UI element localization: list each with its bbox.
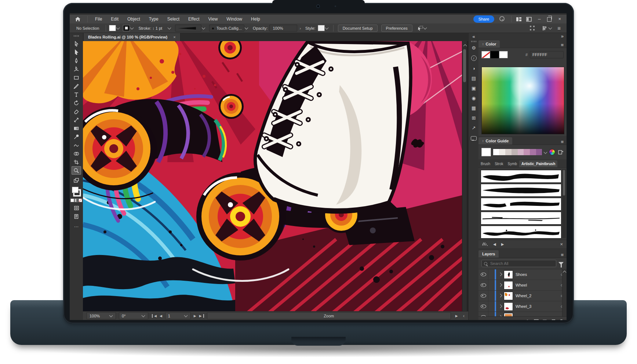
next-artboard-icon[interactable]: ▶ xyxy=(192,314,198,318)
visibility-cell[interactable] xyxy=(478,301,488,312)
swatches-icon[interactable]: ▤ xyxy=(472,73,476,83)
grid-icon[interactable]: ▦ xyxy=(472,103,476,113)
document-tab[interactable]: Blades Rolling.ai @ 100 % (RGB/Preview) … xyxy=(84,33,181,41)
opacity-field[interactable]: 100% xyxy=(269,25,297,32)
layer-thumbnail[interactable] xyxy=(504,302,513,311)
status-expand-icon[interactable]: ▶ xyxy=(454,314,459,318)
layer-thumbnail[interactable] xyxy=(504,270,513,279)
tool-eyedropper[interactable] xyxy=(72,132,81,141)
scrollbar-thumb[interactable] xyxy=(563,170,565,196)
tool-type[interactable] xyxy=(72,90,81,99)
guide-swatch[interactable] xyxy=(505,149,512,155)
tool-curvature[interactable] xyxy=(72,65,81,73)
tab-strokes[interactable]: Strok xyxy=(492,160,505,167)
none-color-swatch[interactable] xyxy=(481,51,490,58)
adjust-icon[interactable]: ◑ xyxy=(472,63,475,73)
canvas-vertical-scrollbar[interactable] xyxy=(462,41,467,311)
tool-direct-selection[interactable] xyxy=(72,48,81,57)
color-guide-menu-icon[interactable]: ≡ xyxy=(558,139,567,145)
fill-color-swatch[interactable] xyxy=(109,25,116,31)
layer-name[interactable]: Wheel_3 xyxy=(516,304,557,309)
tool-shape-builder[interactable] xyxy=(72,149,81,158)
visibility-cell[interactable] xyxy=(478,269,488,280)
home-icon[interactable] xyxy=(75,17,81,22)
more-tools-icon[interactable]: … xyxy=(74,223,79,228)
strip-drag-handle[interactable] xyxy=(471,41,476,42)
align-dropdown-icon[interactable] xyxy=(549,26,552,30)
lock-cell[interactable] xyxy=(488,312,495,316)
layer-row-shoes[interactable]: Shoes ○ xyxy=(478,269,567,280)
visibility-cell[interactable] xyxy=(478,312,488,316)
color-wheel-icon[interactable] xyxy=(549,149,555,155)
layer-row-wheel-3[interactable]: Wheel_3 ○ xyxy=(478,301,567,312)
none-button[interactable] xyxy=(79,199,82,202)
menu-view[interactable]: View xyxy=(204,15,222,23)
brush-libraries-icon[interactable] xyxy=(482,242,488,246)
share-button[interactable]: Share xyxy=(473,15,494,23)
settings-icon[interactable]: ⚙ xyxy=(472,43,476,53)
canvas-area[interactable] xyxy=(83,41,468,311)
stroke-color-swatch[interactable] xyxy=(123,25,130,31)
tab-brushes[interactable]: Brush xyxy=(478,160,492,167)
panel-collapse-icon[interactable]: ↕ xyxy=(482,139,484,143)
menu-file[interactable]: File xyxy=(91,15,106,23)
previous-artboard-icon[interactable]: ◀ xyxy=(158,314,164,318)
artboard-navigation-select[interactable]: 1 xyxy=(165,312,191,319)
brush-dropdown-icon[interactable] xyxy=(245,26,248,30)
guide-swatch[interactable] xyxy=(499,149,505,155)
stroke-weight-dropdown-icon[interactable] xyxy=(167,26,171,30)
fill-dropdown-icon[interactable] xyxy=(116,26,120,30)
black-swatch[interactable] xyxy=(490,51,499,58)
artboards-icon[interactable]: ▣ xyxy=(472,83,476,93)
expand-layer-icon[interactable] xyxy=(499,304,502,308)
toolbar-drag-handle[interactable] xyxy=(74,35,79,37)
tab-artistic-paintbrush[interactable]: Artistic_Paintbrush xyxy=(519,160,557,167)
guide-swatch[interactable] xyxy=(524,149,530,155)
layer-thumbnail[interactable] xyxy=(504,313,513,317)
rotation-select[interactable]: 0° xyxy=(119,312,148,319)
lock-cell[interactable] xyxy=(488,269,495,280)
delete-layer-icon[interactable] xyxy=(559,319,564,320)
control-panel-menu-icon[interactable]: ≡ xyxy=(557,25,561,31)
fill-indicator[interactable] xyxy=(72,187,79,193)
gradient-button[interactable] xyxy=(74,199,78,202)
lock-cell[interactable] xyxy=(488,291,495,301)
menu-help[interactable]: Help xyxy=(247,15,265,23)
variable-width-profile[interactable] xyxy=(175,25,201,32)
menu-select[interactable]: Select xyxy=(163,15,184,23)
tool-eraser[interactable] xyxy=(72,107,81,116)
workspace-switcher-icon[interactable] xyxy=(526,17,532,22)
brush-item[interactable] xyxy=(481,212,561,225)
scroll-up-icon[interactable] xyxy=(563,271,567,274)
align-options-icon[interactable] xyxy=(542,26,547,31)
guide-swatch[interactable] xyxy=(536,149,542,155)
last-artboard-icon[interactable]: ▶ xyxy=(198,314,204,318)
menu-type[interactable]: Type xyxy=(145,15,163,23)
tool-gradient[interactable] xyxy=(72,124,81,132)
remove-brush-icon[interactable]: × xyxy=(560,241,563,247)
filter-icon[interactable] xyxy=(558,262,564,265)
white-swatch[interactable] xyxy=(499,51,508,58)
lock-cell[interactable] xyxy=(488,301,495,312)
color-button[interactable] xyxy=(70,199,74,202)
locate-object-icon[interactable] xyxy=(525,319,530,320)
visibility-cell[interactable] xyxy=(478,291,488,301)
new-layer-icon[interactable] xyxy=(551,319,556,320)
scrollbar-thumb[interactable] xyxy=(463,49,466,82)
brush-list-scrollbar[interactable] xyxy=(562,169,566,238)
panel-collapse-icon[interactable]: ↕ xyxy=(482,42,484,46)
lock-cell[interactable] xyxy=(488,280,495,290)
guide-swatch[interactable] xyxy=(493,149,499,155)
layers-search-box[interactable] xyxy=(481,260,556,267)
tool-selection[interactable] xyxy=(72,40,81,48)
expand-panels-icon[interactable]: » xyxy=(561,33,564,39)
screen-mode-icon[interactable] xyxy=(72,176,81,185)
info-icon[interactable]: i xyxy=(471,55,477,61)
zoom-level-select[interactable]: 100% xyxy=(87,312,116,319)
save-group-icon[interactable] xyxy=(558,150,564,155)
document-setup-button[interactable]: Document Setup xyxy=(338,25,378,32)
tool-rotate[interactable] xyxy=(72,99,81,107)
layer-name[interactable]: Wheel_2 xyxy=(516,294,557,298)
guide-swatch[interactable] xyxy=(530,149,536,155)
hscroll-left-icon[interactable]: ‹ xyxy=(463,313,465,318)
